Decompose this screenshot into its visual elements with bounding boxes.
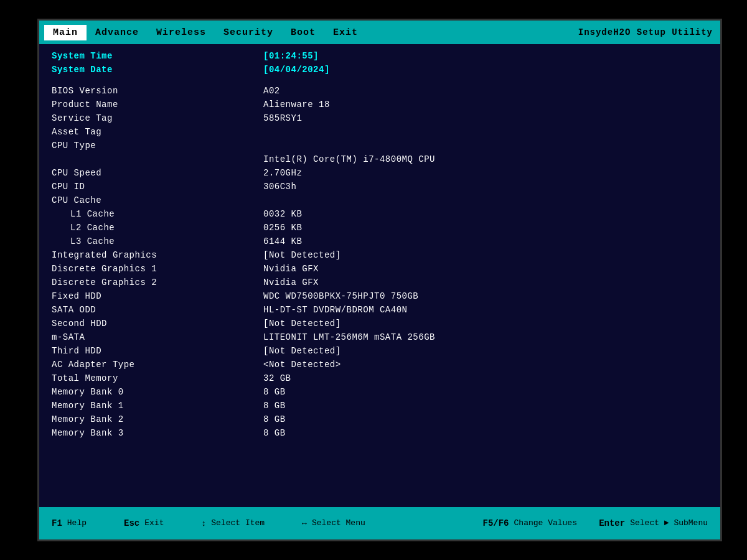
nav1-icon: ↕ <box>201 519 206 528</box>
f1-desc: Help <box>67 517 87 530</box>
bios-version-label: BIOS Version <box>52 86 263 96</box>
nav-select-menu-item: ↔ Select Menu <box>302 517 365 530</box>
status-bar: F1 Help Esc Exit ↕ Select Item ↔ Select … <box>39 507 720 539</box>
asset-tag-row: Asset Tag <box>39 126 720 140</box>
service-tag-row: Service Tag 585RSY1 <box>39 113 720 126</box>
sata-odd-label: SATA ODD <box>52 305 263 315</box>
second-hdd-row: Second HDD [Not Detected] <box>39 318 720 332</box>
esc-desc: Exit <box>144 517 164 530</box>
service-tag-value: 585RSY1 <box>263 113 302 123</box>
nav2-desc: Select Menu <box>312 517 365 530</box>
third-hdd-row: Third HDD [Not Detected] <box>39 345 720 359</box>
f1-key: F1 <box>52 518 62 528</box>
menu-item-security[interactable]: Security <box>215 25 282 40</box>
service-tag-label: Service Tag <box>52 113 263 123</box>
nav1-desc: Select Item <box>211 517 265 530</box>
cpu-speed-value: 2.70GHz <box>263 168 302 178</box>
system-date-label: System Date <box>52 65 263 75</box>
integrated-graphics-label: Integrated Graphics <box>52 250 263 260</box>
product-name-value: Alienware 18 <box>263 100 330 110</box>
system-date-value[interactable]: [04/04/2024] <box>263 65 330 75</box>
ac-adapter-row: AC Adapter Type <Not Detected> <box>39 359 720 373</box>
menu-item-exit[interactable]: Exit <box>324 25 367 40</box>
memory-bank3-row: Memory Bank 3 8 GB <box>39 427 720 441</box>
total-memory-label: Total Memory <box>52 373 263 383</box>
system-time-value[interactable]: [01:24:55] <box>263 51 319 61</box>
memory-bank3-label: Memory Bank 3 <box>52 428 263 438</box>
f5f6-desc: Change Values <box>514 517 577 530</box>
l2-cache-label: L2 Cache <box>52 223 263 233</box>
utility-title: InsydeH2O Setup Utility <box>578 27 713 37</box>
memory-bank1-value: 8 GB <box>263 401 286 411</box>
content-area: System Time [01:24:55] System Date [04/0… <box>39 44 720 507</box>
memory-bank2-value: 8 GB <box>263 414 286 424</box>
cpu-speed-label: CPU Speed <box>52 168 263 178</box>
bios-version-row: BIOS Version A02 <box>39 85 720 99</box>
msata-value: LITEONIT LMT-256M6M mSATA 256GB <box>263 332 435 342</box>
cpu-id-value: 306C3h <box>263 182 296 192</box>
discrete-graphics2-label: Discrete Graphics 2 <box>52 278 263 287</box>
menu-item-main[interactable]: Main <box>44 25 87 40</box>
discrete-graphics2-value: Nvidia GFX <box>263 278 319 287</box>
cpu-cache-row: CPU Cache <box>39 195 720 208</box>
discrete-graphics2-row: Discrete Graphics 2 Nvidia GFX <box>39 277 720 291</box>
menu-item-advance[interactable]: Advance <box>87 25 148 40</box>
msata-row: m-SATA LITEONIT LMT-256M6M mSATA 256GB <box>39 332 720 345</box>
f1-help-item: F1 Help <box>52 517 87 530</box>
fixed-hdd-label: Fixed HDD <box>52 291 263 301</box>
cpu-type-detail: Intel(R) Core(TM) i7-4800MQ CPU <box>263 154 435 164</box>
esc-exit-item: Esc Exit <box>124 517 164 530</box>
discrete-graphics1-row: Discrete Graphics 1 Nvidia GFX <box>39 263 720 277</box>
enter-key: Enter <box>599 518 625 528</box>
system-time-row: System Time [01:24:55] <box>39 50 720 64</box>
memory-bank0-label: Memory Bank 0 <box>52 387 263 397</box>
l2-cache-row: L2 Cache 0256 KB <box>39 222 720 236</box>
nav2-icon: ↔ <box>302 519 307 528</box>
discrete-graphics1-value: Nvidia GFX <box>263 264 319 274</box>
third-hdd-value: [Not Detected] <box>263 346 341 356</box>
discrete-graphics1-label: Discrete Graphics 1 <box>52 264 263 274</box>
second-hdd-value: [Not Detected] <box>263 319 341 329</box>
cpu-speed-row: CPU Speed 2.70GHz <box>39 167 720 181</box>
menu-item-boot[interactable]: Boot <box>282 25 324 40</box>
memory-bank0-row: Memory Bank 0 8 GB <box>39 386 720 400</box>
f5f6-item: F5/F6 Change Values Enter Select ► SubMe… <box>483 517 708 530</box>
cpu-type-row: CPU Type <box>39 140 720 154</box>
integrated-graphics-value: [Not Detected] <box>263 250 341 260</box>
fixed-hdd-row: Fixed HDD WDC WD7500BPKX-75HPJT0 750GB <box>39 291 720 304</box>
enter-desc: Select ► SubMenu <box>630 517 708 530</box>
sata-odd-value: HL-DT-ST DVDRW/BDROM CA40N <box>263 305 407 315</box>
second-hdd-label: Second HDD <box>52 319 263 329</box>
memory-bank2-label: Memory Bank 2 <box>52 414 263 424</box>
cpu-type-label: CPU Type <box>52 141 263 151</box>
esc-key: Esc <box>124 518 139 528</box>
memory-bank1-label: Memory Bank 1 <box>52 401 263 411</box>
bios-version-value: A02 <box>263 86 280 96</box>
l1-cache-value: 0032 KB <box>263 209 302 219</box>
l1-cache-row: L1 Cache 0032 KB <box>39 208 720 222</box>
memory-bank0-value: 8 GB <box>263 387 286 397</box>
memory-bank3-value: 8 GB <box>263 428 286 438</box>
asset-tag-label: Asset Tag <box>52 127 263 137</box>
menu-item-wireless[interactable]: Wireless <box>148 25 215 40</box>
memory-bank2-row: Memory Bank 2 8 GB <box>39 414 720 427</box>
menu-bar: Main Advance Wireless Security Boot Exit… <box>39 21 720 44</box>
l1-cache-label: L1 Cache <box>52 209 263 219</box>
cpu-id-label: CPU ID <box>52 182 263 192</box>
cpu-type-value-row: Intel(R) Core(TM) i7-4800MQ CPU <box>39 154 720 167</box>
memory-bank1-row: Memory Bank 1 8 GB <box>39 400 720 414</box>
sata-odd-row: SATA ODD HL-DT-ST DVDRW/BDROM CA40N <box>39 304 720 318</box>
cpu-cache-label: CPU Cache <box>52 195 263 205</box>
msata-label: m-SATA <box>52 332 263 342</box>
total-memory-value: 32 GB <box>263 373 291 383</box>
cpu-id-row: CPU ID 306C3h <box>39 181 720 195</box>
nav-select-item-item: ↕ Select Item <box>201 517 265 530</box>
third-hdd-label: Third HDD <box>52 346 263 356</box>
l3-cache-row: L3 Cache 6144 KB <box>39 236 720 250</box>
l3-cache-value: 6144 KB <box>263 236 302 246</box>
l3-cache-label: L3 Cache <box>52 236 263 246</box>
system-date-row: System Date [04/04/2024] <box>39 64 720 78</box>
ac-adapter-label: AC Adapter Type <box>52 360 263 370</box>
f5f6-key: F5/F6 <box>483 518 509 528</box>
product-name-row: Product Name Alienware 18 <box>39 99 720 113</box>
